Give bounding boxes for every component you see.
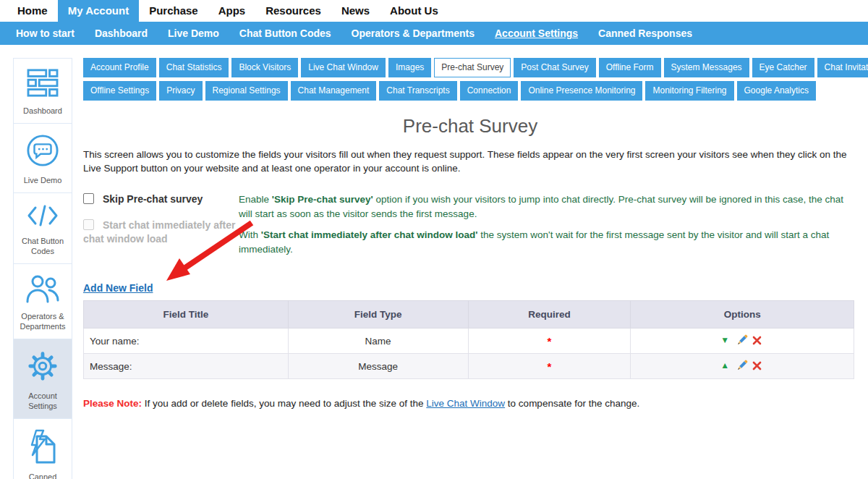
chat-bubble-circle-icon [26,134,59,170]
gear-icon [26,349,59,386]
page-title: Pre-chat Survey [83,115,857,137]
subnav-item-live-demo[interactable]: Live Demo [158,22,229,45]
add-new-field-link[interactable]: Add New Field [83,282,153,294]
settings-tabs-row-1: Account Profile Chat Statistics Block Vi… [83,58,857,77]
start-chat-checkbox[interactable] [83,219,94,230]
sidebar-item-live-demo[interactable]: Live Demo [13,123,72,193]
required-asterisk: * [547,335,551,347]
dashboard-bricks-icon [27,69,59,101]
tab-post-chat-survey[interactable]: Post Chat Survey [514,58,595,77]
main-content: Account Profile Chat Statistics Block Vi… [83,58,857,409]
topnav-item-apps[interactable]: Apps [208,0,256,22]
tab-monitoring-filtering[interactable]: Monitoring Filtering [645,81,733,101]
lightning-page-icon [27,429,59,467]
field-title-cell: Message: [84,354,289,379]
tab-system-messages[interactable]: System Messages [664,58,749,77]
intro-text: This screen allows you to customize the … [83,148,857,175]
help-paragraph-skip: Enable 'Skip Pre-chat survey' option if … [239,192,857,221]
start-chat-label: Start chat immediately after chat window… [83,219,236,245]
sidebar-item-label: Operators & Departments [16,311,69,331]
topnav-item-resources[interactable]: Resources [255,0,331,22]
delete-x-icon[interactable] [752,336,762,347]
options-cell: ▼ [631,328,854,354]
tab-live-chat-window[interactable]: Live Chat Window [301,58,386,77]
tab-images[interactable]: Images [388,58,431,77]
field-title-cell: Your name: [84,328,289,354]
tab-block-visitors[interactable]: Block Visitors [231,58,298,77]
table-row: Your name: Name * ▼ [84,328,854,354]
field-type-cell: Name [288,328,468,354]
tab-offline-form[interactable]: Offline Form [599,58,661,77]
col-header-field-title: Field Title [84,301,289,328]
topnav-item-my-account[interactable]: My Account [58,0,139,22]
sidebar: Dashboard Live Demo [13,58,72,479]
subnav-item-operators-departments[interactable]: Operators & Departments [341,22,485,45]
help-text-column: Enable 'Skip Pre-chat survey' option if … [239,192,857,263]
subnav-item-dashboard[interactable]: Dashboard [85,22,158,45]
required-cell: * [468,354,631,379]
code-icon [25,203,60,231]
skip-prechat-checkbox[interactable] [83,193,94,204]
sidebar-item-label: Dashboard [16,106,69,116]
prechat-fields-table: Field Title Field Type Required Options … [83,300,854,379]
sidebar-item-chat-button-codes[interactable]: Chat Button Codes [13,192,72,264]
tab-pre-chat-survey[interactable]: Pre-chat Survey [434,58,511,77]
sub-nav: How to start Dashboard Live Demo Chat Bu… [0,22,868,45]
survey-options: Skip Pre-chat survey Start chat immediat… [83,192,857,263]
subnav-item-how-to-start[interactable]: How to start [6,22,85,45]
tab-regional-settings[interactable]: Regional Settings [205,81,288,101]
tab-chat-statistics[interactable]: Chat Statistics [159,58,229,77]
tab-eye-catcher[interactable]: Eye Catcher [752,58,814,77]
move-down-icon[interactable]: ▼ [720,335,729,345]
col-header-required: Required [468,301,631,328]
tab-privacy[interactable]: Privacy [159,81,202,101]
delete-x-icon[interactable] [752,361,762,373]
edit-pencil-icon[interactable] [737,360,748,373]
sidebar-item-dashboard[interactable]: Dashboard [13,58,72,124]
options-cell: ▲ [631,354,854,379]
required-cell: * [468,328,631,354]
topnav-item-news[interactable]: News [331,0,380,22]
subnav-item-account-settings[interactable]: Account Settings [485,22,588,45]
tab-connection[interactable]: Connection [460,81,519,101]
tab-online-presence-monitoring[interactable]: Online Presence Monitoring [521,81,642,101]
topnav-item-home[interactable]: Home [7,0,58,22]
sidebar-item-operators-departments[interactable]: Operators & Departments [13,263,72,339]
note-label: Please Note: [83,398,142,409]
content-layout: Dashboard Live Demo [0,45,868,479]
start-chat-row: Start chat immediately after chat window… [83,219,239,246]
sidebar-item-label: Live Demo [16,175,69,185]
please-note: Please Note: If you add or delete fields… [83,398,857,409]
required-asterisk: * [547,360,551,373]
tab-chat-management[interactable]: Chat Management [291,81,377,101]
table-row: Message: Message * ▲ [84,354,854,379]
sidebar-item-label: Canned Responses [16,472,69,479]
checkbox-column: Skip Pre-chat survey Start chat immediat… [83,192,239,263]
sidebar-item-label: Account Settings [16,391,69,411]
help-paragraph-start: With 'Start chat immediately after chat … [239,228,857,256]
skip-prechat-row: Skip Pre-chat survey [83,192,239,206]
sidebar-item-account-settings[interactable]: Account Settings [13,339,72,419]
col-header-field-type: Field Type [288,301,468,328]
field-type-cell: Message [288,354,468,379]
subnav-item-canned-responses[interactable]: Canned Responses [588,22,702,45]
move-up-icon[interactable]: ▲ [720,360,729,370]
top-nav: Home My Account Purchase Apps Resources … [0,0,868,22]
live-chat-window-link[interactable]: Live Chat Window [426,398,505,409]
col-header-options: Options [631,301,854,328]
skip-prechat-label: Skip Pre-chat survey [103,193,203,205]
tab-offline-settings[interactable]: Offline Settings [83,81,156,101]
subnav-item-chat-button-codes[interactable]: Chat Button Codes [229,22,341,45]
people-icon [25,274,60,306]
tab-google-analytics[interactable]: Google Analytics [737,81,816,101]
tab-chat-invitation[interactable]: Chat Invitation [817,58,868,77]
topnav-item-about-us[interactable]: About Us [380,0,448,22]
page: Home My Account Purchase Apps Resources … [0,0,868,479]
settings-tabs-row-2: Offline Settings Privacy Regional Settin… [83,81,857,101]
edit-pencil-icon[interactable] [737,334,748,347]
tab-chat-transcripts[interactable]: Chat Transcripts [379,81,456,101]
sidebar-item-label: Chat Button Codes [16,236,69,256]
topnav-item-purchase[interactable]: Purchase [139,0,208,22]
sidebar-item-canned-responses[interactable]: Canned Responses [13,418,72,479]
tab-account-profile[interactable]: Account Profile [83,58,156,77]
